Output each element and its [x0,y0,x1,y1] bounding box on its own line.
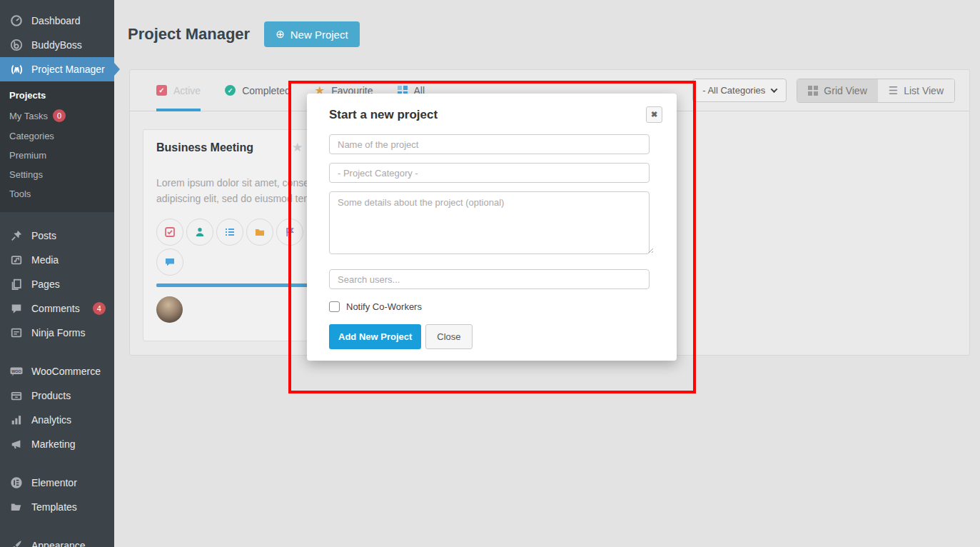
project-name-input[interactable] [329,134,650,154]
sidebar-item-products[interactable]: Products [0,383,114,408]
svg-text:WOO: WOO [11,369,21,373]
team-icon [194,226,206,238]
sidebar-item-label: Pages [31,278,60,290]
member-avatar[interactable] [156,296,183,323]
sidebar-item-projects[interactable]: Projects [0,86,114,105]
sidebar-item-comments[interactable]: Comments 4 [0,296,114,321]
sidebar-item-woocommerce[interactable]: WOO WooCommerce [0,359,114,383]
notify-checkbox[interactable] [329,301,340,312]
list-view-icon: ☰ [889,85,898,96]
paintbrush-icon [9,538,24,547]
sidebar-item-label: Comments [31,303,80,314]
favorite-star-icon[interactable]: ★ [292,140,303,155]
sidebar-item-label: Products [31,390,71,401]
sidebar-item-label: BuddyBoss [31,39,82,51]
sidebar-item-analytics[interactable]: Analytics [0,408,114,432]
megaphone-icon [9,437,24,451]
sidebar-item-elementor[interactable]: Elementor [0,471,114,495]
modal-close-button[interactable]: Close [425,324,472,349]
products-box-icon [9,388,24,403]
admin-sidebar: Dashboard BuddyBoss Project Manager Proj… [0,0,114,547]
sidebar-item-media[interactable]: Media [0,248,114,272]
notify-label: Notify Co-Workers [346,301,422,312]
sidebar-item-posts[interactable]: Posts [0,224,114,248]
sidebar-item-settings[interactable]: Settings [0,165,114,184]
task-list-button[interactable] [156,219,183,246]
modal-actions: Add New Project Close [329,324,655,349]
sidebar-item-label: Media [31,254,59,266]
sidebar-item-pages[interactable]: Pages [0,272,114,296]
plus-circle-icon: ⊕ [276,28,285,41]
files-folder-icon [254,226,266,238]
milestone-flag-icon [284,226,295,238]
chevron-down-icon [771,86,778,93]
page-header: Project Manager ⊕ New Project [114,0,980,47]
menu-separator [0,345,114,359]
sidebar-item-label: Project Manager [31,64,105,75]
sidebar-item-marketing[interactable]: Marketing [0,432,114,456]
active-menu-arrow [114,63,120,76]
discussions-button[interactable] [156,249,183,276]
elementor-icon [9,476,24,490]
modal-header: Start a new project ✖ [307,94,677,133]
woocommerce-icon: WOO [9,364,24,378]
grid-view-icon [808,86,818,96]
sidebar-item-label: Analytics [31,414,71,426]
menu-separator [0,456,114,471]
list-icon [224,226,236,238]
sidebar-item-dashboard[interactable]: Dashboard [0,9,114,33]
discussion-bubble-icon [164,256,176,268]
add-new-project-button[interactable]: Add New Project [329,324,421,349]
sidebar-item-categories[interactable]: Categories [0,126,114,146]
sidebar-item-label: Ninja Forms [31,327,85,338]
view-toggle-group: Grid View ☰ List View [797,79,955,103]
content-area: Project Manager ⊕ New Project ✓ Active ✓… [114,0,980,547]
project-manager-submenu: Projects My Tasks0 Categories Premium Se… [0,81,114,212]
sidebar-item-label: Posts [31,230,56,241]
new-project-modal: Start a new project ✖ Notify Co-Workers … [307,94,677,361]
sidebar-item-label: WooCommerce [31,366,101,377]
new-project-button[interactable]: ⊕ New Project [264,21,359,47]
search-users-input[interactable] [329,269,650,289]
comments-count-badge: 4 [93,302,106,315]
sidebar-item-templates[interactable]: Templates [0,495,114,519]
sidebar-item-label: Marketing [31,438,75,450]
toolbar-right: - All Categories Grid View ☰ List View [692,79,955,103]
tab-completed[interactable]: ✓ Completed [225,70,291,111]
grid-view-button[interactable]: Grid View [797,79,877,102]
media-icon [9,253,24,267]
sidebar-item-tools[interactable]: Tools [0,184,114,204]
sidebar-item-my-tasks[interactable]: My Tasks0 [0,105,114,126]
active-check-icon: ✓ [156,85,167,96]
project-details-field [329,191,655,254]
notify-coworkers-row: Notify Co-Workers [329,301,655,312]
sidebar-item-project-manager[interactable]: Project Manager [0,57,114,81]
sidebar-item-premium[interactable]: Premium [0,146,114,165]
sidebar-item-ninja-forms[interactable]: Ninja Forms [0,321,114,345]
menu-separator [0,519,114,533]
task-button[interactable] [216,219,243,246]
sidebar-item-appearance[interactable]: Appearance [0,533,114,547]
sidebar-item-label: Elementor [31,477,77,488]
page-title: Project Manager [128,25,250,44]
tab-active[interactable]: ✓ Active [156,70,201,111]
comment-bubble-icon [9,301,24,316]
bar-chart-icon [9,413,24,427]
completed-check-icon: ✓ [225,85,236,96]
list-view-button[interactable]: ☰ List View [878,79,954,102]
files-button[interactable] [246,219,273,246]
sidebar-item-label: Templates [31,501,77,513]
milestone-button[interactable] [276,219,303,246]
sidebar-item-buddyboss[interactable]: BuddyBoss [0,33,114,57]
form-icon [9,326,24,340]
project-manager-icon [9,62,24,76]
folder-icon [9,500,24,514]
dashboard-icon [9,14,24,28]
project-category-input[interactable] [329,163,650,183]
pages-icon [9,277,24,291]
project-details-textarea[interactable] [329,191,650,254]
team-button[interactable] [186,219,213,246]
category-filter-dropdown[interactable]: - All Categories [692,79,787,102]
close-icon[interactable]: ✖ [646,106,662,123]
pushpin-icon [9,229,24,243]
